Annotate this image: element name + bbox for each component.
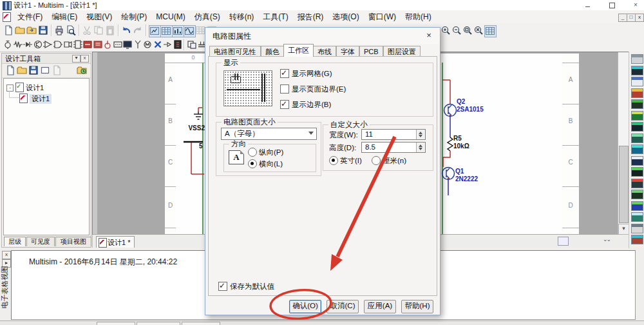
misc-digital-components-icon[interactable] <box>73 39 84 50</box>
sheet-size-select[interactable]: A（字母） <box>221 128 317 140</box>
ni-components-icon[interactable] <box>153 39 164 50</box>
copy-icon[interactable] <box>93 25 104 36</box>
logic-analyzer-icon[interactable] <box>631 144 643 154</box>
menu-item-11[interactable]: 帮助(H) <box>401 10 436 23</box>
rf-components-icon[interactable] <box>133 39 144 50</box>
dialog-tab-3[interactable]: 布线 <box>313 46 336 57</box>
undo-icon[interactable] <box>121 25 132 36</box>
print-icon[interactable] <box>54 25 65 36</box>
q2-model[interactable]: 2SA1015 <box>457 106 484 113</box>
cmos-components-icon[interactable] <box>62 39 73 50</box>
spreadsheet-close-button[interactable]: x <box>2 251 11 259</box>
dialog-tab-6[interactable]: 图层设置 <box>383 46 421 57</box>
toggle-spice-netlist-icon[interactable] <box>172 25 184 37</box>
electromechanical-components-icon[interactable] <box>142 39 153 50</box>
vss-reference[interactable]: VSS2 <box>178 124 205 132</box>
save-icon[interactable] <box>28 65 39 76</box>
cancel-button[interactable]: 取消(C) <box>327 300 359 313</box>
indicator-components-icon[interactable] <box>93 39 104 50</box>
snapshot-icon[interactable] <box>77 65 88 76</box>
q1-model[interactable]: 2N2222 <box>455 175 478 182</box>
landscape-radio[interactable] <box>248 159 257 168</box>
hierarchical-block-icon[interactable] <box>187 39 198 50</box>
page-icon[interactable] <box>52 65 62 76</box>
basic-components-icon[interactable] <box>13 39 24 50</box>
show-grid-checkbox[interactable] <box>280 69 289 78</box>
logic-converter-icon[interactable] <box>631 156 643 166</box>
zoom-fullscreen-icon[interactable] <box>484 25 497 37</box>
centimeters-radio[interactable] <box>372 156 381 165</box>
inches-radio[interactable] <box>329 156 338 165</box>
tree-item-design[interactable]: 设计1 <box>26 83 44 93</box>
new-icon[interactable] <box>3 25 14 36</box>
new-schematic-icon[interactable] <box>5 65 16 76</box>
wattmeter-icon[interactable] <box>631 77 643 86</box>
agilent-generator-icon[interactable] <box>631 212 643 222</box>
menu-item-0[interactable]: 文件(F) <box>13 10 47 23</box>
zoom-area-icon[interactable] <box>462 25 473 36</box>
print-preview-icon[interactable] <box>66 25 77 36</box>
ttl-components-icon[interactable] <box>53 39 64 50</box>
menu-item-1[interactable]: 编辑(E) <box>47 10 82 23</box>
window-minimize-button[interactable] <box>583 1 593 9</box>
width-spinner[interactable] <box>416 130 425 139</box>
dialog-tab-1[interactable]: 颜色 <box>261 46 284 57</box>
dialog-tab-2[interactable]: 工作区 <box>283 44 314 57</box>
scrollbar-thumb[interactable] <box>619 146 629 223</box>
show-page-bounds-checkbox[interactable] <box>280 84 289 94</box>
connector-components-icon[interactable] <box>162 39 173 50</box>
network-analyzer-icon[interactable] <box>631 201 643 211</box>
spreadsheet-tab[interactable] <box>182 322 220 325</box>
transistor-components-icon[interactable] <box>33 39 44 50</box>
menu-item-3[interactable]: 绘制(P) <box>117 10 151 23</box>
open-sample-icon[interactable] <box>26 25 37 36</box>
word-generator-icon[interactable] <box>631 133 643 143</box>
dialog-tab-0[interactable]: 电路图可见性 <box>209 46 261 57</box>
source-components-icon[interactable] <box>3 39 14 50</box>
dialog-tab-4[interactable]: 字体 <box>336 46 359 57</box>
r5-reference[interactable]: R5 <box>453 135 462 142</box>
q1-reference[interactable]: Q1 <box>455 168 464 175</box>
redo-icon[interactable] <box>133 25 144 36</box>
document-tab[interactable]: 设计1 * <box>96 236 135 248</box>
scrollbar-down-button[interactable]: ▾ <box>618 224 629 235</box>
toggle-grapher-icon[interactable] <box>184 25 196 37</box>
function-generator-icon[interactable] <box>631 66 643 75</box>
spreadsheet-tab[interactable] <box>97 322 135 325</box>
menu-item-4[interactable]: MCU(M) <box>151 10 189 23</box>
oscilloscope-icon[interactable] <box>631 88 643 98</box>
vss-value[interactable]: 5 <box>199 143 203 150</box>
close-icon[interactable] <box>40 65 51 76</box>
zoom-in-icon[interactable] <box>440 25 451 36</box>
vertical-scrollbar[interactable]: ▾ <box>618 52 629 234</box>
tab-list-icon[interactable] <box>558 237 569 246</box>
cut-icon[interactable] <box>82 25 93 36</box>
window-close-button[interactable]: × <box>630 1 641 9</box>
iv-analyzer-icon[interactable] <box>631 167 643 177</box>
toolbox-tab-1[interactable]: 可见度 <box>26 237 55 246</box>
power-components-icon[interactable] <box>102 39 113 50</box>
apply-button[interactable]: 应用(A) <box>364 300 396 313</box>
width-input[interactable]: 11 <box>361 129 426 140</box>
menu-item-2[interactable]: 视图(V) <box>82 10 117 23</box>
analog-components-icon[interactable] <box>43 39 53 50</box>
tree-item-page[interactable]: 设计1 <box>30 94 52 104</box>
bode-plotter-icon[interactable] <box>631 111 643 121</box>
spectrum-analyzer-icon[interactable] <box>631 190 643 199</box>
portrait-radio[interactable] <box>248 148 257 157</box>
advanced-peripherals-icon[interactable] <box>122 39 133 50</box>
menu-item-6[interactable]: 转移(n) <box>225 10 259 23</box>
misc-components-icon[interactable] <box>113 39 124 50</box>
q2-reference[interactable]: Q2 <box>457 98 465 105</box>
agilent-multimeter-icon[interactable] <box>631 224 643 233</box>
help-button[interactable]: 帮助(H) <box>401 300 433 313</box>
show-border-checkbox[interactable] <box>280 100 289 109</box>
height-input[interactable]: 8.5 <box>361 142 426 153</box>
agilent-oscilloscope-icon[interactable] <box>631 235 643 244</box>
dialog-close-icon[interactable]: × <box>423 30 435 41</box>
tab-scroll-chevron-icon[interactable]: ⌄⌄ <box>603 236 610 242</box>
dialog-tab-5[interactable]: PCB <box>359 46 383 57</box>
open-icon[interactable] <box>17 65 28 76</box>
height-spinner[interactable] <box>416 143 425 152</box>
panel-close-button[interactable]: x <box>80 55 89 63</box>
